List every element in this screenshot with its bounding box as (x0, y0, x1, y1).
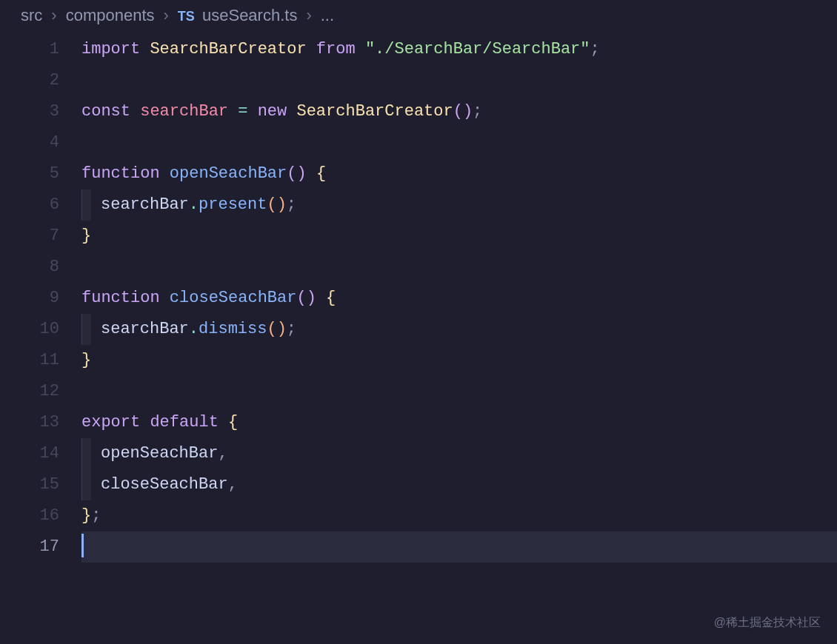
code-token: default (150, 413, 218, 432)
code-token: { (228, 413, 238, 432)
code-content[interactable]: import SearchBarCreator from "./SearchBa… (81, 34, 837, 563)
line-number: 9 (0, 283, 59, 314)
indent-guide (81, 314, 91, 345)
line-number: 6 (0, 189, 59, 221)
code-token: } (81, 227, 91, 245)
code-token (228, 102, 238, 121)
line-number: 1 (0, 34, 59, 65)
code-token: present (199, 195, 267, 214)
code-token: "./SearchBar/SearchBar" (365, 40, 590, 58)
code-token: { (326, 289, 336, 307)
code-token: openSeachBar (170, 164, 287, 183)
breadcrumb[interactable]: src › components › TS useSearch.ts › ... (0, 0, 837, 31)
code-token (130, 102, 140, 121)
code-token: searchBar (101, 195, 189, 214)
code-token: import (81, 40, 140, 58)
code-token (316, 289, 326, 307)
code-token: = (238, 102, 247, 121)
code-token: function (81, 289, 160, 307)
line-number: 8 (0, 252, 59, 283)
code-line[interactable] (81, 376, 837, 407)
code-line[interactable]: function closeSeachBar() { (81, 283, 837, 314)
code-token: . (189, 195, 199, 214)
breadcrumb-item-src[interactable]: src (21, 6, 42, 25)
line-number: 17 (0, 531, 59, 563)
code-token: function (81, 164, 160, 183)
code-line[interactable]: openSeachBar, (81, 438, 837, 469)
indent-guide (81, 438, 91, 469)
line-number: 4 (0, 127, 59, 158)
code-line[interactable]: }; (81, 500, 837, 531)
line-number: 3 (0, 96, 59, 127)
code-line[interactable] (81, 127, 837, 158)
code-line[interactable]: export default { (81, 407, 837, 438)
code-token (307, 164, 316, 183)
code-token (140, 413, 150, 432)
code-line[interactable] (81, 65, 837, 96)
chevron-right-icon: › (164, 6, 169, 25)
code-token: () (453, 102, 473, 121)
code-token: from (316, 40, 356, 58)
code-token: () (267, 195, 286, 214)
line-number-gutter: 1234567891011121314151617 (0, 34, 81, 563)
code-token: openSeachBar (101, 444, 218, 463)
code-token: () (267, 320, 286, 338)
indent-guide (81, 189, 91, 221)
chevron-right-icon: › (306, 6, 311, 25)
code-editor[interactable]: 1234567891011121314151617 import SearchB… (0, 31, 837, 563)
line-number: 5 (0, 158, 59, 189)
line-number: 2 (0, 65, 59, 96)
code-token: ; (287, 320, 296, 338)
code-token: , (218, 444, 227, 463)
code-token: searchBar (140, 102, 228, 121)
code-token: ; (287, 195, 296, 214)
code-token: ; (590, 40, 600, 58)
code-token (160, 289, 170, 307)
line-number: 12 (0, 376, 59, 407)
code-token (287, 102, 296, 121)
code-token (160, 164, 170, 183)
code-token: } (81, 506, 91, 525)
text-cursor (81, 534, 84, 557)
code-line[interactable]: closeSeachBar, (81, 469, 837, 500)
code-token: , (228, 475, 238, 494)
code-line[interactable] (81, 252, 837, 283)
line-number: 13 (0, 407, 59, 438)
code-token: { (316, 164, 326, 183)
chevron-right-icon: › (51, 6, 56, 25)
code-token: searchBar (101, 320, 189, 338)
indent-guide (81, 469, 91, 500)
code-token (219, 413, 228, 432)
watermark-text: @稀土掘金技术社区 (714, 615, 821, 631)
code-token (307, 40, 316, 58)
code-token: () (296, 289, 316, 307)
code-token: ; (91, 506, 101, 525)
code-line[interactable]: searchBar.present(); (81, 189, 837, 221)
line-number: 11 (0, 345, 59, 376)
code-line[interactable] (81, 531, 837, 563)
line-number: 14 (0, 438, 59, 469)
code-line[interactable]: const searchBar = new SearchBarCreator()… (81, 96, 837, 127)
code-token: SearchBarCreator (296, 102, 453, 121)
code-line[interactable]: function openSeachBar() { (81, 158, 837, 189)
code-token: new (258, 102, 287, 121)
typescript-icon: TS (178, 9, 195, 24)
code-token: . (189, 320, 199, 338)
code-token: } (81, 351, 91, 369)
code-token: export (81, 413, 140, 432)
breadcrumb-item-more[interactable]: ... (321, 6, 334, 25)
code-token: closeSeachBar (170, 289, 297, 307)
code-token: dismiss (199, 320, 267, 338)
line-number: 15 (0, 469, 59, 500)
breadcrumb-item-components[interactable]: components (66, 6, 155, 25)
code-token (356, 40, 365, 58)
breadcrumb-item-file[interactable]: TS useSearch.ts (178, 6, 298, 25)
code-token: const (81, 102, 130, 121)
code-line[interactable]: searchBar.dismiss(); (81, 314, 837, 345)
line-number: 7 (0, 221, 59, 252)
code-line[interactable]: } (81, 345, 837, 376)
code-token (140, 40, 150, 58)
code-token: closeSeachBar (101, 475, 228, 494)
code-line[interactable]: import SearchBarCreator from "./SearchBa… (81, 34, 837, 65)
code-line[interactable]: } (81, 221, 837, 252)
